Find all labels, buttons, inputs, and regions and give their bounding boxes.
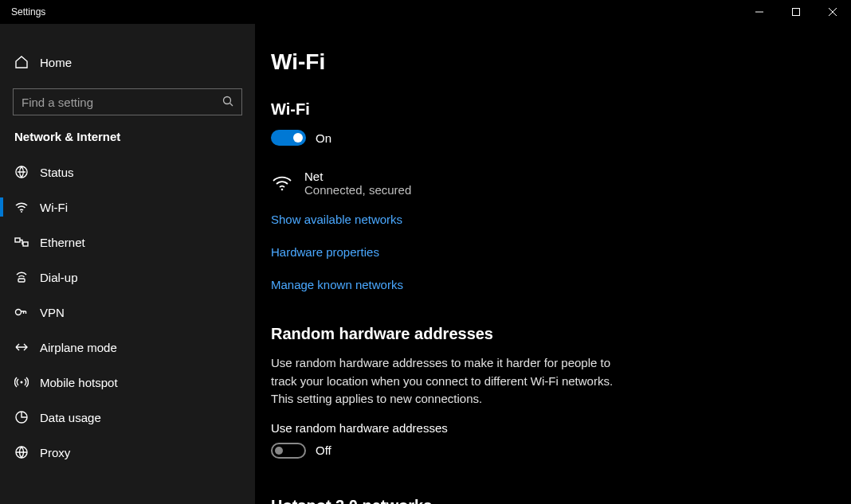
sidebar-item-label: Status — [40, 166, 74, 179]
svg-point-12 — [21, 381, 23, 384]
random-hw-sublabel: Use random hardware addresses — [271, 421, 851, 435]
sidebar-item-airplane[interactable]: Airplane mode — [0, 330, 255, 365]
sidebar-item-label: Proxy — [40, 446, 70, 459]
random-hw-heading: Random hardware addresses — [271, 325, 851, 343]
sidebar-item-datausage[interactable]: Data usage — [0, 400, 255, 435]
proxy-icon — [14, 445, 29, 459]
search-input[interactable] — [22, 96, 218, 109]
svg-line-5 — [230, 103, 233, 106]
ethernet-icon — [14, 235, 29, 249]
sidebar-item-label: Data usage — [40, 411, 101, 424]
sidebar-item-label: Airplane mode — [40, 341, 117, 354]
search-box[interactable] — [13, 88, 242, 115]
sidebar-item-label: Mobile hotspot — [40, 376, 118, 389]
svg-rect-10 — [18, 279, 25, 282]
minimize-button[interactable] — [741, 0, 778, 24]
sidebar-item-label: Ethernet — [40, 236, 85, 249]
svg-rect-1 — [793, 9, 800, 16]
hotspot-icon — [14, 375, 29, 389]
wifi-section-heading: Wi-Fi — [271, 100, 851, 119]
page-title: Wi-Fi — [271, 49, 851, 75]
svg-point-15 — [281, 189, 284, 191]
wifi-toggle-state: On — [316, 131, 331, 145]
random-hw-toggle-state: Off — [316, 443, 331, 457]
data-usage-icon — [14, 410, 29, 424]
sidebar-item-label: VPN — [40, 306, 65, 319]
link-show-networks[interactable]: Show available networks — [271, 213, 851, 226]
sidebar-item-vpn[interactable]: VPN — [0, 295, 255, 330]
link-hardware-properties[interactable]: Hardware properties — [271, 245, 851, 259]
random-hw-body: Use random hardware addresses to make it… — [271, 354, 614, 408]
link-manage-known[interactable]: Manage known networks — [271, 278, 851, 291]
sidebar-home[interactable]: Home — [0, 44, 255, 80]
svg-rect-9 — [23, 242, 28, 246]
maximize-button[interactable] — [778, 0, 814, 24]
svg-point-7 — [21, 211, 22, 213]
sidebar-item-dialup[interactable]: Dial-up — [0, 260, 255, 295]
current-network[interactable]: Net Connected, secured — [271, 170, 851, 197]
svg-rect-8 — [15, 238, 20, 242]
status-icon — [14, 165, 29, 179]
content-pane: Wi-Fi Wi-Fi On Net Connected, secured Sh… — [255, 24, 851, 504]
window-title: Settings — [11, 6, 45, 18]
wifi-icon — [14, 200, 29, 214]
sidebar-item-status[interactable]: Status — [0, 154, 255, 189]
wifi-toggle[interactable] — [271, 130, 306, 146]
sidebar-item-ethernet[interactable]: Ethernet — [0, 225, 255, 260]
airplane-icon — [14, 340, 29, 354]
hotspot20-heading: Hotspot 2.0 networks — [271, 497, 851, 505]
svg-point-11 — [16, 310, 22, 315]
sidebar-item-wifi[interactable]: Wi-Fi — [0, 189, 255, 225]
close-button[interactable] — [814, 0, 851, 24]
random-hw-toggle[interactable] — [271, 443, 306, 459]
sidebar: Home Network & Internet Status Wi-Fi — [0, 24, 255, 504]
network-status: Connected, secured — [304, 183, 411, 197]
svg-point-4 — [224, 96, 231, 104]
sidebar-item-proxy[interactable]: Proxy — [0, 435, 255, 470]
search-icon — [222, 96, 233, 109]
home-icon — [14, 55, 29, 69]
sidebar-item-label: Wi-Fi — [40, 201, 68, 214]
sidebar-item-label: Dial-up — [40, 271, 78, 284]
wifi-signal-icon — [271, 172, 293, 194]
dialup-icon — [14, 270, 29, 284]
vpn-icon — [14, 305, 29, 319]
sidebar-home-label: Home — [40, 56, 72, 69]
sidebar-category: Network & Internet — [0, 127, 255, 154]
network-name: Net — [304, 170, 411, 183]
sidebar-item-hotspot[interactable]: Mobile hotspot — [0, 365, 255, 400]
